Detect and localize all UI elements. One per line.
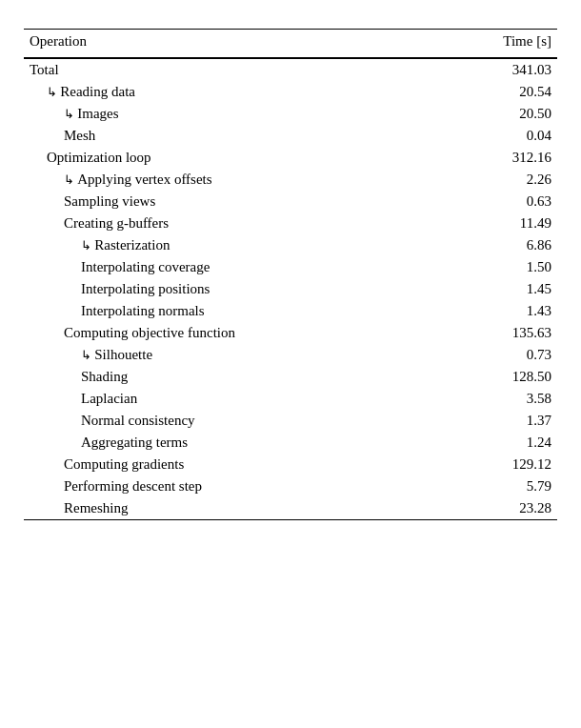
operation-cell: Total xyxy=(24,59,442,82)
table-row: Creating g-buffers11.49 xyxy=(24,212,557,234)
operation-cell: ↳ Silhouette xyxy=(24,344,442,366)
arrow-icon: ↳ xyxy=(30,348,94,362)
operation-label: Rasterization xyxy=(94,237,170,253)
operation-label: Normal consistency xyxy=(81,413,195,428)
table-row: Computing gradients129.12 xyxy=(24,454,557,475)
operation-label: Total xyxy=(30,62,59,77)
operation-cell: ↳ Rasterization xyxy=(24,234,442,256)
table-row: Remeshing23.28 xyxy=(24,497,557,520)
operation-cell: Sampling views xyxy=(24,191,442,212)
time-cell: 312.16 xyxy=(442,147,557,169)
table-row: ↳ Rasterization6.86 xyxy=(24,234,557,256)
table-row: Interpolating coverage1.50 xyxy=(24,256,557,278)
operation-label: Interpolating coverage xyxy=(81,259,210,274)
operation-cell: ↳ Reading data xyxy=(24,81,442,103)
table-row: Sampling views0.63 xyxy=(24,191,557,212)
operation-label: Applying vertex offsets xyxy=(77,172,211,187)
table-row: ↳ Reading data20.54 xyxy=(24,81,557,103)
performance-table: Operation Time [s] Total341.03↳ Reading … xyxy=(24,29,557,520)
time-cell: 1.45 xyxy=(442,278,557,300)
time-cell: 20.54 xyxy=(442,81,557,103)
time-cell: 1.43 xyxy=(442,300,557,322)
time-cell: 5.79 xyxy=(442,475,557,497)
operation-cell: ↳ Applying vertex offsets xyxy=(24,169,442,191)
time-cell: 20.50 xyxy=(442,103,557,125)
operation-cell: ↳ Images xyxy=(24,103,442,125)
operation-cell: Creating g-buffers xyxy=(24,212,442,234)
table-row: ↳ Applying vertex offsets2.26 xyxy=(24,169,557,191)
table-row: Mesh0.04 xyxy=(24,125,557,147)
table-row: Aggregating terms1.24 xyxy=(24,432,557,454)
time-cell: 341.03 xyxy=(442,59,557,82)
operation-label: Shading xyxy=(81,369,128,384)
table-row: Laplacian3.58 xyxy=(24,388,557,410)
time-cell: 1.24 xyxy=(442,432,557,454)
operation-cell: Aggregating terms xyxy=(24,432,442,454)
operation-cell: Remeshing xyxy=(24,497,442,520)
operation-cell: Mesh xyxy=(24,125,442,147)
operation-cell: Performing descent step xyxy=(24,475,442,497)
arrow-icon: ↳ xyxy=(30,107,77,121)
operation-label: Interpolating normals xyxy=(81,303,205,318)
time-cell: 129.12 xyxy=(442,454,557,475)
time-cell: 0.73 xyxy=(442,344,557,366)
time-cell: 23.28 xyxy=(442,497,557,520)
operation-label: Silhouette xyxy=(94,347,152,362)
operation-cell: Interpolating normals xyxy=(24,300,442,322)
arrow-icon: ↳ xyxy=(30,85,60,99)
arrow-icon: ↳ xyxy=(30,172,77,187)
operation-label: Remeshing xyxy=(64,500,129,516)
time-cell: 6.86 xyxy=(442,234,557,256)
time-cell: 128.50 xyxy=(442,366,557,388)
operation-label: Interpolating positions xyxy=(81,281,210,296)
operation-cell: Laplacian xyxy=(24,388,442,410)
operation-label: Laplacian xyxy=(81,391,137,406)
operation-cell: Interpolating coverage xyxy=(24,256,442,278)
table-row: Interpolating positions1.45 xyxy=(24,278,557,300)
table-row: Computing objective function135.63 xyxy=(24,322,557,344)
operation-label: Reading data xyxy=(60,84,135,99)
operation-label: Images xyxy=(77,106,118,121)
time-cell: 135.63 xyxy=(442,322,557,344)
table-row: ↳ Images20.50 xyxy=(24,103,557,125)
operation-label: Computing objective function xyxy=(64,325,235,340)
operation-cell: Shading xyxy=(24,366,442,388)
operation-label: Creating g-buffers xyxy=(64,215,169,231)
table-row: Optimization loop312.16 xyxy=(24,147,557,169)
time-cell: 3.58 xyxy=(442,388,557,410)
header-time: Time [s] xyxy=(442,30,557,58)
operation-label: Performing descent step xyxy=(64,478,202,494)
time-cell: 11.49 xyxy=(442,212,557,234)
table-row: Normal consistency1.37 xyxy=(24,410,557,432)
table-row: Shading128.50 xyxy=(24,366,557,388)
operation-label: Mesh xyxy=(64,128,95,143)
time-cell: 2.26 xyxy=(442,169,557,191)
operation-label: Aggregating terms xyxy=(81,435,188,450)
table-row: ↳ Silhouette0.73 xyxy=(24,344,557,366)
table-row: Interpolating normals1.43 xyxy=(24,300,557,322)
time-cell: 0.63 xyxy=(442,191,557,212)
header-operation: Operation xyxy=(24,30,442,58)
table-row: Total341.03 xyxy=(24,59,557,82)
operation-label: Computing gradients xyxy=(64,456,184,472)
operation-label: Optimization loop xyxy=(47,150,151,165)
table-row: Performing descent step5.79 xyxy=(24,475,557,497)
time-cell: 1.50 xyxy=(442,256,557,278)
operation-label: Sampling views xyxy=(64,193,155,209)
arrow-icon: ↳ xyxy=(30,238,94,253)
operation-cell: Interpolating positions xyxy=(24,278,442,300)
operation-cell: Normal consistency xyxy=(24,410,442,432)
operation-cell: Computing gradients xyxy=(24,454,442,475)
time-cell: 1.37 xyxy=(442,410,557,432)
operation-cell: Computing objective function xyxy=(24,322,442,344)
table-container: Operation Time [s] Total341.03↳ Reading … xyxy=(24,29,557,520)
time-cell: 0.04 xyxy=(442,125,557,147)
operation-cell: Optimization loop xyxy=(24,147,442,169)
